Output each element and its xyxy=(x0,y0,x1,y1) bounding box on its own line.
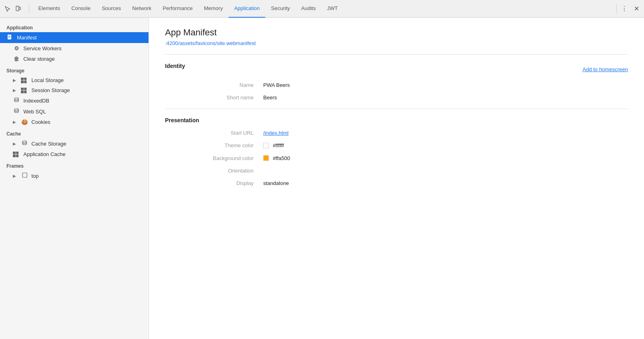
more-options-icon[interactable]: ⋮ xyxy=(620,4,629,13)
sidebar-item-manifest[interactable]: Manifest xyxy=(0,32,149,43)
top-label: top xyxy=(31,173,142,179)
short-name-row: Short name Beers xyxy=(165,95,628,101)
background-color-value: #ffa500 xyxy=(273,155,290,161)
sidebar-item-indexeddb[interactable]: IndexedDB xyxy=(0,95,149,106)
orientation-label: Orientation xyxy=(197,168,254,174)
cache-storage-arrow: ▶ xyxy=(13,142,18,146)
display-label: Display xyxy=(197,180,254,186)
frame-icon xyxy=(21,173,28,179)
cookies-icon: 🍪 xyxy=(21,119,28,125)
mobile-icon[interactable] xyxy=(14,4,23,13)
close-icon[interactable]: ✕ xyxy=(632,4,641,13)
theme-color-label: Theme color xyxy=(197,142,254,148)
session-storage-arrow: ▶ xyxy=(13,88,18,92)
sidebar-item-cookies[interactable]: ▶ 🍪 Cookies xyxy=(0,117,149,127)
content-panel: App Manifest :4200/assets/favicons/site.… xyxy=(149,18,644,339)
cookies-arrow: ▶ xyxy=(13,120,18,124)
main-area: Application Manifest ⚙ Service Workers 🗑… xyxy=(0,18,644,339)
start-url-label: Start URL xyxy=(197,130,254,136)
cache-storage-icon xyxy=(21,140,28,147)
svg-point-10 xyxy=(23,141,27,142)
name-row: Name PWA Beers xyxy=(165,82,628,88)
identity-section-header: Identity Add to homescreen xyxy=(165,63,628,76)
tab-performance[interactable]: Performance xyxy=(157,0,198,18)
indexeddb-label: IndexedDB xyxy=(23,98,142,104)
theme-color-swatch-container: #ffffff xyxy=(263,142,284,149)
tab-audits[interactable]: Audits xyxy=(295,0,321,18)
orientation-row: Orientation xyxy=(165,168,628,174)
clear-storage-label: Clear storage xyxy=(23,56,142,62)
start-url-link[interactable]: /index.html xyxy=(263,130,289,136)
cookies-label: Cookies xyxy=(31,119,142,125)
local-storage-arrow: ▶ xyxy=(13,78,18,82)
websql-label: Web SQL xyxy=(23,109,142,115)
manifest-icon xyxy=(6,34,14,41)
tab-network[interactable]: Network xyxy=(127,0,157,18)
session-storage-icon xyxy=(21,88,28,93)
local-storage-icon xyxy=(21,78,28,83)
svg-point-2 xyxy=(17,10,18,10)
display-row: Display standalone xyxy=(165,180,628,186)
sidebar-item-websql[interactable]: Web SQL xyxy=(0,106,149,117)
theme-color-value: #ffffff xyxy=(273,142,284,148)
presentation-section: Presentation Start URL /index.html Theme… xyxy=(165,117,628,186)
identity-heading: Identity xyxy=(165,63,185,69)
sidebar-item-service-workers[interactable]: ⚙ Service Workers xyxy=(0,43,149,53)
application-cache-label: Application Cache xyxy=(23,151,142,157)
short-name-label: Short name xyxy=(197,95,254,101)
svg-rect-6 xyxy=(8,37,10,37)
local-storage-label: Local Storage xyxy=(31,77,142,83)
svg-point-8 xyxy=(14,98,19,99)
short-name-value: Beers xyxy=(263,95,277,101)
tab-application[interactable]: Application xyxy=(229,0,266,18)
sidebar: Application Manifest ⚙ Service Workers 🗑… xyxy=(0,18,149,339)
tab-sources[interactable]: Sources xyxy=(96,0,127,18)
tab-jwt[interactable]: JWT xyxy=(321,0,343,18)
service-workers-label: Service Workers xyxy=(23,45,142,51)
background-color-swatch-container: #ffa500 xyxy=(263,155,290,162)
toolbar-divider-2 xyxy=(616,4,617,14)
name-label: Name xyxy=(197,82,254,88)
sidebar-item-cache-storage[interactable]: ▶ Cache Storage xyxy=(0,138,149,149)
storage-section-label: Storage xyxy=(0,64,149,75)
cache-storage-label: Cache Storage xyxy=(31,141,142,147)
frames-section-label: Frames xyxy=(0,159,149,171)
svg-rect-3 xyxy=(19,7,21,10)
tab-security[interactable]: Security xyxy=(265,0,295,18)
tab-console[interactable]: Console xyxy=(66,0,96,18)
identity-divider xyxy=(165,54,628,55)
sidebar-item-top[interactable]: ▶ top xyxy=(0,171,149,181)
clear-storage-icon: 🗑 xyxy=(13,55,20,62)
sidebar-item-session-storage[interactable]: ▶ Session Storage xyxy=(0,85,149,95)
svg-rect-1 xyxy=(17,6,18,7)
add-homescreen-link[interactable]: Add to homescreen xyxy=(582,66,628,72)
svg-rect-5 xyxy=(8,36,10,36)
manifest-url-link[interactable]: :4200/assets/favicons/site.webmanifest xyxy=(165,40,256,46)
cache-section-label: Cache xyxy=(0,127,149,138)
toolbar-divider-1 xyxy=(29,4,29,14)
manifest-label: Manifest xyxy=(17,35,142,41)
application-section-label: Application xyxy=(0,21,149,32)
svg-rect-11 xyxy=(23,173,27,177)
svg-point-9 xyxy=(14,109,19,110)
sidebar-item-application-cache[interactable]: Application Cache xyxy=(0,149,149,159)
toolbar-icons xyxy=(3,4,23,13)
service-workers-icon: ⚙ xyxy=(13,45,20,51)
presentation-divider xyxy=(165,109,628,109)
tab-memory[interactable]: Memory xyxy=(198,0,229,18)
sidebar-item-local-storage[interactable]: ▶ Local Storage xyxy=(0,75,149,85)
sidebar-item-clear-storage[interactable]: 🗑 Clear storage xyxy=(0,53,149,64)
tab-elements[interactable]: Elements xyxy=(33,0,66,18)
page-title: App Manifest xyxy=(165,27,628,38)
background-color-swatch[interactable] xyxy=(263,155,269,161)
name-value: PWA Beers xyxy=(263,82,290,88)
theme-color-swatch[interactable] xyxy=(263,143,269,148)
indexeddb-icon xyxy=(13,97,20,104)
cursor-icon[interactable] xyxy=(3,4,12,13)
start-url-row: Start URL /index.html xyxy=(165,130,628,136)
toolbar-end: ⋮ ✕ xyxy=(620,4,641,13)
application-cache-icon xyxy=(13,152,20,157)
websql-icon xyxy=(13,108,20,115)
background-color-label: Background color xyxy=(197,155,254,161)
display-value: standalone xyxy=(263,180,289,186)
